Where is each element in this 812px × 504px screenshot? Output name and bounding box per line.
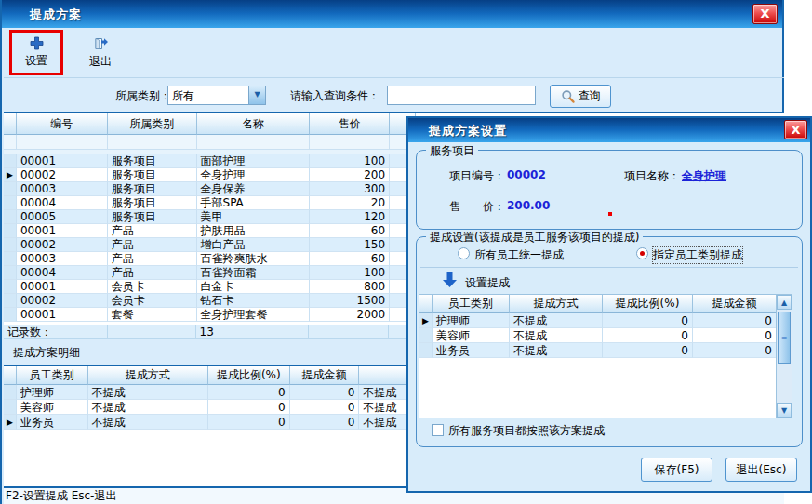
item-row[interactable]: 00004 服务项目 手部SPA 20	[4, 196, 415, 210]
cell-method[interactable]: 不提成	[510, 343, 603, 358]
commission-grid: 员工类别 提成方式 提成比例(%) 提成金额 ▶ 护理师 不提成 0 0	[419, 294, 792, 418]
commission-row[interactable]: 业务员 不提成 0 0	[419, 343, 792, 358]
cell-price: 100	[310, 266, 390, 280]
radio-uniform-label[interactable]: 所有员工统一提成	[474, 247, 564, 263]
cell-method: 不提成	[88, 400, 208, 415]
set-commission-label: 设置提成	[465, 275, 510, 291]
commission-settings-group: 提成设置(该提成是员工服务该项目的提成) 所有员工统一提成 指定员工类别提成 设…	[416, 236, 803, 447]
cell-id: 00001	[17, 154, 108, 168]
row-indicator	[4, 294, 17, 308]
dialog-close-button[interactable]: X	[784, 120, 807, 139]
cell-id: 00005	[17, 210, 108, 224]
cell-name: 增白产品	[197, 238, 311, 252]
save-button[interactable]: 保存(F5)	[641, 458, 712, 482]
detail-grid-rows: 护理师 不提成 0 0 不提成 美容师 不提成 0 0	[4, 385, 415, 430]
all-projects-checkbox[interactable]	[432, 424, 444, 436]
category-dropdown[interactable]: 所有 ▼	[167, 86, 266, 105]
cell-category: 服务项目	[108, 196, 197, 210]
query-input[interactable]	[387, 86, 536, 105]
commission-group-title: 提成设置(该提成是员工服务该项目的提成)	[426, 230, 643, 245]
cell-employee-type: 业务员	[433, 343, 510, 358]
cell-category: 产品	[108, 224, 197, 238]
commission-row[interactable]: 美容师 不提成 0 0	[419, 328, 792, 343]
row-indicator	[419, 343, 433, 358]
cell-name: 护肤用品	[197, 224, 311, 238]
cell-price: 200	[310, 168, 390, 182]
cell-method: 不提成	[88, 415, 208, 430]
cell-price: 100	[310, 154, 390, 168]
item-row[interactable]: 00003 服务项目 全身保养 300	[4, 182, 415, 196]
row-indicator	[4, 238, 17, 252]
radio-by-employee-type[interactable]	[636, 247, 648, 259]
cell-method[interactable]: 不提成	[510, 313, 603, 328]
cell-name: 钻石卡	[197, 294, 311, 308]
detail-col-method: 提成方式	[88, 366, 208, 385]
cell-name: 百雀羚面霜	[197, 266, 311, 280]
close-button[interactable]: X	[752, 4, 778, 24]
cell-category: 产品	[108, 252, 197, 266]
cell-name: 全身护理	[197, 168, 311, 182]
filter-row[interactable]	[4, 135, 415, 150]
cell-name: 全身护理套餐	[197, 308, 311, 322]
detail-row[interactable]: ▶ 业务员 不提成 0 0 不提成	[4, 415, 415, 430]
detail-col-amount: 提成金额	[290, 366, 360, 385]
cell-id: 00002	[17, 168, 108, 182]
current-row-arrow-icon: ▶	[7, 170, 13, 179]
cell-name: 全身保养	[197, 182, 311, 196]
cell-amount[interactable]: 0	[693, 313, 776, 328]
settings-button[interactable]: 设置	[9, 30, 63, 75]
cell-amount[interactable]: 0	[693, 328, 776, 343]
detail-row[interactable]: 美容师 不提成 0 0 不提成	[4, 400, 415, 415]
row-indicator	[4, 196, 17, 210]
col-header-id: 编号	[17, 113, 108, 135]
cell-price: 1500	[310, 294, 390, 308]
exit-button[interactable]: 退出	[76, 33, 125, 73]
commission-row[interactable]: ▶ 护理师 不提成 0 0	[419, 313, 792, 328]
item-row[interactable]: 00003 产品 百雀羚爽肤水 60	[4, 252, 415, 266]
row-indicator	[4, 308, 17, 322]
grid-col-method: 提成方式	[510, 295, 603, 313]
dialog-exit-button[interactable]: 退出(Esc)	[725, 458, 797, 482]
item-row[interactable]: 00004 产品 百雀羚面霜 100	[4, 266, 415, 280]
scroll-down-icon[interactable]: ▼	[777, 403, 792, 418]
item-row[interactable]: 00005 服务项目 美甲 120	[4, 210, 415, 224]
search-icon	[561, 89, 576, 104]
item-row[interactable]: 00002 产品 增白产品 150	[4, 238, 415, 252]
cell-price: 150	[310, 238, 390, 252]
cell-method[interactable]: 不提成	[510, 328, 603, 343]
radio-by-type-label[interactable]: 指定员工类别提成	[653, 247, 742, 263]
vertical-scrollbar[interactable]: ▲ ≡ ▼	[776, 295, 792, 418]
scroll-up-icon[interactable]: ▲	[777, 295, 792, 310]
dropdown-arrow-icon[interactable]: ▼	[248, 86, 265, 104]
cell-id: 00001	[17, 308, 108, 322]
item-row[interactable]: 00002 会员卡 钻石卡 1500	[4, 294, 415, 308]
item-row[interactable]: 00001 产品 护肤用品 60	[4, 224, 415, 238]
cell-ratio: 0	[208, 415, 290, 430]
cell-ratio[interactable]: 0	[603, 328, 693, 343]
red-dot-marker	[608, 212, 612, 216]
all-projects-checkbox-label[interactable]: 所有服务项目都按照该方案提成	[448, 423, 605, 439]
radio-uniform-commission[interactable]	[458, 247, 470, 259]
row-indicator	[4, 400, 17, 415]
cell-name: 面部护理	[197, 154, 311, 168]
exit-door-icon	[93, 36, 108, 51]
item-row[interactable]: 00001 会员卡 白金卡 800	[4, 280, 415, 294]
screen: 提成方案 X 设置 退出 所属类别： 所有	[0, 0, 812, 504]
search-button[interactable]: 查询	[550, 85, 611, 108]
detail-grid-header: 员工类别 提成方式 提成比例(%) 提成金额	[4, 366, 415, 385]
cell-amount[interactable]: 0	[693, 343, 776, 358]
item-row[interactable]: 00001 服务项目 面部护理 100	[4, 154, 415, 168]
grid-col-indicator	[419, 295, 433, 313]
cell-price: 120	[310, 210, 390, 224]
cell-category: 产品	[108, 238, 197, 252]
detail-row[interactable]: 护理师 不提成 0 0 不提成	[4, 385, 415, 400]
item-row[interactable]: ▶ 00002 服务项目 全身护理 200	[4, 168, 415, 182]
cell-ratio[interactable]: 0	[603, 343, 693, 358]
detail-col-ratio: 提成比例(%)	[208, 366, 290, 385]
settings-button-label: 设置	[25, 53, 47, 69]
item-row[interactable]: 00001 套餐 全身护理套餐 2000	[4, 308, 415, 322]
cell-ratio[interactable]: 0	[603, 313, 693, 328]
filter-bar: 所属类别： 所有 ▼ 请输入查询条件： 查询	[4, 78, 784, 112]
scrollbar-thumb[interactable]: ≡	[778, 312, 791, 364]
grid-col-amount: 提成金额	[693, 295, 776, 313]
